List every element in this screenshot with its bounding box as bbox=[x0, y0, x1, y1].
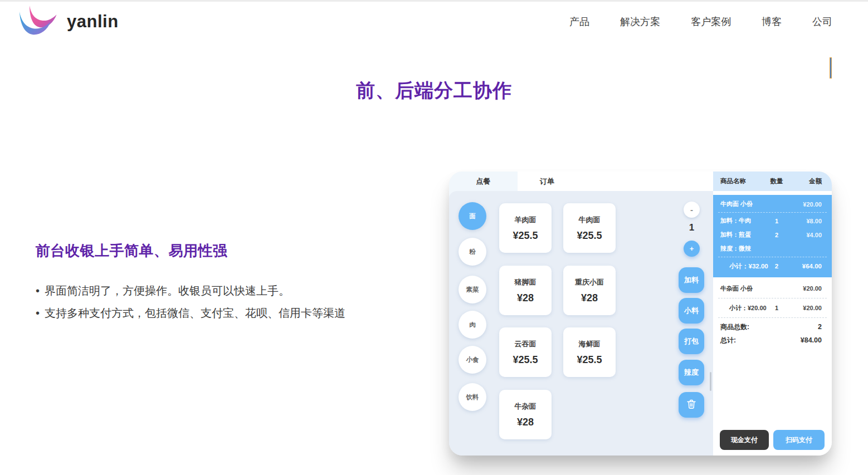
menu-card[interactable]: 猪脚面¥28 bbox=[499, 266, 552, 315]
receipt-subtotal-row: 小计：¥20.00 1 ¥20.00 bbox=[713, 301, 832, 315]
nav-item-company[interactable]: 公司 bbox=[812, 15, 832, 28]
divider bbox=[718, 298, 827, 298]
category-snacks[interactable]: 小食 bbox=[459, 346, 486, 374]
feature-heading: 前台收银上手简单、易用性强 bbox=[36, 241, 228, 261]
spiciness-button[interactable]: 辣度 bbox=[679, 360, 704, 385]
divider bbox=[718, 317, 827, 318]
receipt-item-selected[interactable]: 牛肉面 小份 ¥20.00 加料：牛肉 1 ¥8.00 加料：煎蛋 2 ¥4.0… bbox=[713, 195, 832, 277]
menu-card[interactable]: 海鲜面¥25.5 bbox=[563, 327, 616, 377]
menu-card[interactable]: 牛杂面¥28 bbox=[499, 390, 552, 439]
category-meat[interactable]: 肉 bbox=[459, 311, 486, 339]
tab-order-list[interactable]: 订单 bbox=[540, 172, 554, 191]
quantity-value: 1 bbox=[684, 222, 700, 233]
feature-bullet: •界面简洁明了，方便操作。收银员可以快速上手。 bbox=[36, 280, 401, 302]
receipt-header: 商品名称 数量 金额 bbox=[713, 172, 832, 191]
delete-button[interactable] bbox=[679, 392, 704, 418]
column-amount: 金额 bbox=[785, 177, 822, 185]
add-topping-button[interactable]: 加料 bbox=[679, 267, 704, 293]
category-rice-noodles[interactable]: 粉 bbox=[459, 238, 486, 266]
divider bbox=[718, 257, 827, 257]
bullet-icon: • bbox=[36, 307, 40, 319]
scrollbar-thumb[interactable] bbox=[710, 372, 711, 391]
receipt-addon-row: 加料：牛肉 1 ¥8.00 bbox=[713, 214, 832, 228]
menu-card[interactable]: 羊肉面¥25.5 bbox=[499, 203, 552, 253]
quantity-plus-button[interactable]: + bbox=[684, 241, 700, 257]
category-vegetables[interactable]: 素菜 bbox=[459, 276, 486, 303]
scan-pay-button[interactable]: 扫码支付 bbox=[773, 430, 825, 450]
brand-logo[interactable]: yanlin bbox=[14, 4, 119, 39]
top-divider bbox=[0, 0, 868, 2]
page-title: 前、后端分工协作 bbox=[0, 78, 868, 104]
nav-item-cases[interactable]: 客户案例 bbox=[691, 15, 731, 28]
bullet-icon: • bbox=[36, 285, 40, 297]
nav-item-blog[interactable]: 博客 bbox=[762, 15, 782, 28]
trash-icon bbox=[685, 398, 698, 412]
menu-card[interactable]: 重庆小面¥28 bbox=[563, 266, 616, 315]
receipt-item-name-row: 牛杂面 小份 ¥20.00 bbox=[713, 281, 832, 296]
menu-card[interactable]: 牛肉面¥25.5 bbox=[563, 203, 616, 253]
receipt-item-name-row: 牛肉面 小份 ¥20.00 bbox=[713, 197, 832, 211]
main-nav: 产品 解决方案 客户案例 博客 公司 bbox=[569, 15, 832, 28]
feature-bullet-list: •界面简洁明了，方便操作。收银员可以快速上手。 •支持多种支付方式，包括微信、支… bbox=[36, 280, 401, 324]
column-qty: 数量 bbox=[768, 177, 785, 185]
feature-bullet: •支持多种支付方式，包括微信、支付宝、花呗、信用卡等渠道 bbox=[36, 302, 401, 324]
column-name: 商品名称 bbox=[720, 177, 768, 185]
side-items-button[interactable]: 小料 bbox=[679, 298, 704, 324]
total-count-row: 商品总数: 2 bbox=[713, 320, 832, 334]
cash-pay-button[interactable]: 现金支付 bbox=[720, 430, 769, 450]
tab-order[interactable]: 点餐 bbox=[449, 172, 518, 191]
divider bbox=[718, 212, 827, 213]
receipt-addon-row: 加料：煎蛋 2 ¥4.00 bbox=[713, 228, 832, 242]
pos-menu-area: 面 粉 素菜 肉 小食 饮料 羊肉面¥25.5 牛肉面¥25.5 猪脚面¥28 … bbox=[449, 191, 713, 456]
nav-item-solutions[interactable]: 解决方案 bbox=[620, 15, 660, 28]
receipt-addon-row: 辣度：微辣 bbox=[713, 242, 832, 256]
takeout-button[interactable]: 打包 bbox=[679, 329, 704, 354]
bird-logo-icon bbox=[14, 4, 65, 39]
brand-name: yanlin bbox=[67, 12, 119, 32]
total-amount-row: 总计: ¥84.00 bbox=[713, 334, 832, 347]
category-drinks[interactable]: 饮料 bbox=[459, 383, 486, 411]
pos-mockup: 点餐 订单 面 粉 素菜 肉 小食 饮料 羊肉面¥25.5 牛肉面¥25.5 猪… bbox=[449, 172, 832, 456]
receipt-panel: 牛肉面 小份 ¥20.00 加料：牛肉 1 ¥8.00 加料：煎蛋 2 ¥4.0… bbox=[713, 191, 832, 456]
menu-card[interactable]: 云吞面¥25.5 bbox=[499, 327, 552, 377]
category-noodles[interactable]: 面 bbox=[459, 202, 486, 230]
quantity-minus-button[interactable]: - bbox=[684, 202, 700, 218]
payment-buttons: 现金支付 扫码支付 bbox=[720, 430, 825, 450]
tab-strip: 订单 bbox=[518, 172, 713, 191]
receipt-subtotal-row: 小计：¥32.00 2 ¥64.00 bbox=[713, 258, 832, 274]
receipt-item[interactable]: 牛杂面 小份 ¥20.00 小计：¥20.00 1 ¥20.00 bbox=[713, 281, 832, 318]
focus-outline-artifact bbox=[830, 57, 832, 79]
nav-item-products[interactable]: 产品 bbox=[569, 15, 589, 28]
